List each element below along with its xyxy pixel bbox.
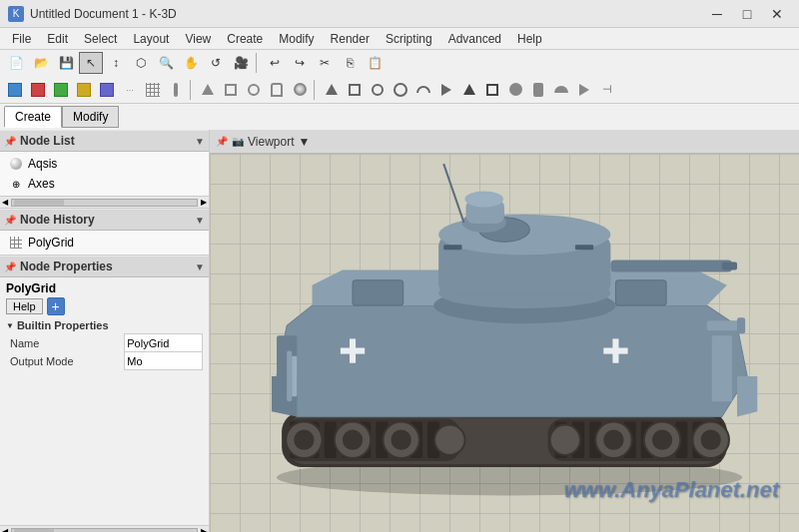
tool-blue-sq2[interactable] [96, 79, 118, 101]
tool-cyl2[interactable] [390, 79, 411, 101]
prop-row-name: Name PolyGrid [6, 334, 203, 352]
node-props-arrow[interactable]: ▼ [195, 262, 205, 272]
tool-half2[interactable] [550, 79, 572, 101]
menu-modify[interactable]: Modify [271, 28, 322, 49]
separator-3 [314, 80, 318, 100]
toolbar-redo[interactable]: ↪ [288, 52, 312, 74]
tool-circ2[interactable] [367, 79, 389, 101]
tool-half-circ[interactable] [412, 79, 434, 101]
tool-sq3[interactable] [481, 79, 503, 101]
properties-table: Name PolyGrid Output Mode Mo [6, 333, 203, 370]
menu-advanced[interactable]: Advanced [440, 28, 509, 49]
scroll-left-arrow[interactable]: ◀ [0, 198, 10, 207]
main-area: 📌 Node List ▼ Aqsis ⊕ Axes ◀ [0, 130, 799, 532]
prop-output-label: Output Mode [6, 352, 125, 370]
menu-file[interactable]: File [4, 28, 39, 49]
toolbar-row-2: ··· ⊣ [0, 76, 799, 104]
svg-rect-58 [610, 260, 732, 271]
svg-rect-61 [353, 280, 403, 305]
toolbar-pointer[interactable]: ↕ [104, 52, 128, 74]
tool-cylinder1[interactable] [266, 79, 288, 101]
tab-modify[interactable]: Modify [62, 106, 119, 128]
node-list-item-aqsis[interactable]: Aqsis [0, 154, 209, 174]
help-button[interactable]: Help [6, 298, 43, 314]
node-history-header: 📌 Node History ▼ [0, 209, 209, 231]
add-property-button[interactable]: + [47, 297, 65, 315]
tool-green-sq[interactable] [50, 79, 72, 101]
tool-tri3[interactable] [458, 79, 480, 101]
scroll-right-arrow[interactable]: ▶ [199, 198, 209, 207]
menu-render[interactable]: Render [323, 28, 378, 49]
viewport-dropdown[interactable]: ▼ [298, 135, 310, 149]
svg-line-60 [443, 164, 463, 223]
axes-icon: ⊕ [8, 176, 24, 192]
toolbar-render-icon[interactable]: 🎥 [229, 52, 253, 74]
node-list-hscroll: ◀ ▶ [0, 196, 209, 208]
tool-square[interactable] [220, 79, 242, 101]
node-props-header: 📌 Node Properties ▼ [0, 256, 209, 277]
tool-yellow-sq[interactable] [73, 79, 95, 101]
toolbar-cut[interactable]: ✂ [313, 52, 337, 74]
viewport-header: 📌 📷 Viewport ▼ [210, 130, 799, 154]
tool-arrow-right[interactable] [435, 79, 457, 101]
prop-name-value[interactable]: PolyGrid [125, 334, 203, 352]
node-list-arrow[interactable]: ▼ [195, 136, 205, 147]
toolbar-lasso[interactable]: ⬡ [129, 52, 153, 74]
toolbar-undo[interactable]: ↩ [263, 52, 287, 74]
svg-point-55 [464, 191, 503, 207]
separator-2 [190, 80, 194, 100]
tool-dots[interactable]: ··· [119, 79, 141, 101]
svg-point-30 [434, 425, 464, 455]
polygrid-label: PolyGrid [28, 236, 74, 250]
toolbar-copy[interactable]: ⎘ [338, 52, 362, 74]
node-history-arrow[interactable]: ▼ [195, 215, 205, 226]
tool-sphere1[interactable] [289, 79, 311, 101]
vscroll-up[interactable]: ◀ [0, 527, 10, 532]
tool-circle1[interactable] [243, 79, 265, 101]
svg-rect-63 [707, 320, 742, 330]
maximize-button[interactable]: □ [733, 3, 761, 25]
menu-select[interactable]: Select [76, 28, 125, 49]
toolbar-save[interactable]: 💾 [54, 52, 78, 74]
toolbar-open[interactable]: 📂 [29, 52, 53, 74]
hscroll-thumb[interactable] [14, 200, 64, 206]
vscroll-down[interactable]: ▶ [199, 527, 209, 532]
svg-point-25 [294, 430, 314, 450]
menu-scripting[interactable]: Scripting [378, 28, 440, 49]
node-list-item-axes[interactable]: ⊕ Axes [0, 174, 209, 194]
close-button[interactable]: ✕ [763, 3, 791, 25]
builtin-title: Builtin Properties [17, 319, 109, 331]
toolbar-pan[interactable]: ✋ [179, 52, 203, 74]
viewport-canvas[interactable]: www.AnyaPlanet.net [210, 154, 799, 532]
minimize-button[interactable]: ─ [703, 3, 731, 25]
tool-cyl3[interactable] [527, 79, 549, 101]
help-row: Help + [6, 297, 203, 315]
tool-end[interactable]: ⊣ [596, 79, 618, 101]
polygrid-icon [8, 235, 24, 251]
node-history-item-polygrid[interactable]: PolyGrid [0, 233, 209, 253]
tool-tri2[interactable] [321, 79, 343, 101]
watermark: www.AnyaPlanet.net [563, 477, 779, 503]
toolbar-zoom[interactable]: 🔍 [154, 52, 178, 74]
menu-edit[interactable]: Edit [39, 28, 76, 49]
menu-help[interactable]: Help [509, 28, 550, 49]
viewport-area: 📌 📷 Viewport ▼ [210, 130, 799, 532]
prop-output-value[interactable]: Mo [125, 352, 203, 370]
tool-grid[interactable] [142, 79, 164, 101]
toolbar-new[interactable]: 📄 [4, 52, 28, 74]
toolbar-paste[interactable]: 📋 [363, 52, 387, 74]
left-scroll-thumb[interactable] [14, 529, 54, 533]
toolbar-rotate[interactable]: ↺ [204, 52, 228, 74]
tab-create[interactable]: Create [4, 106, 62, 128]
menu-view[interactable]: View [177, 28, 219, 49]
tool-red-sq[interactable] [27, 79, 49, 101]
tool-sq2[interactable] [344, 79, 366, 101]
toolbar-select-arrow[interactable]: ↖ [79, 52, 103, 74]
menu-create[interactable]: Create [219, 28, 271, 49]
tool-pipe[interactable] [165, 79, 187, 101]
tool-play2[interactable] [573, 79, 595, 101]
tool-blue-sq[interactable] [4, 79, 26, 101]
menu-layout[interactable]: Layout [125, 28, 177, 49]
tool-tri[interactable] [197, 79, 219, 101]
tool-circ3[interactable] [504, 79, 526, 101]
